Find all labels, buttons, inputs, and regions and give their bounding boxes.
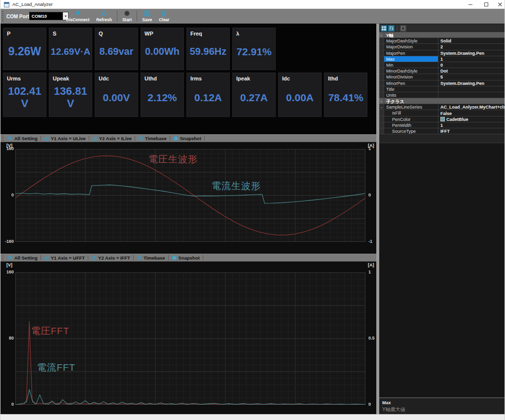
minimize-button[interactable] — [464, 0, 477, 9]
window-title: AC_Load_Analyzer — [12, 1, 53, 7]
property-value[interactable]: 5 — [438, 74, 505, 79]
grid-margin — [379, 56, 384, 62]
toolbar-separator — [88, 255, 88, 260]
property-name[interactable]: PenColor — [384, 116, 438, 122]
property-name[interactable]: PenWidth — [384, 122, 438, 128]
measurement-label: Urms — [3, 73, 46, 81]
measurement-value: 9.26W — [3, 37, 46, 70]
maximize-button[interactable] — [480, 0, 493, 9]
play-icon — [124, 10, 130, 17]
property-value[interactable] — [438, 86, 505, 92]
property-value[interactable]: 1 — [438, 122, 505, 128]
toolbar-separator — [397, 26, 397, 31]
property-pages-button[interactable] — [400, 25, 406, 32]
left-axis-tick: 160 — [1, 146, 14, 151]
title-bar: AC_Load_Analyzer — [0, 0, 505, 9]
chart-toolbar-button-snapshot[interactable]: Snapshot — [171, 135, 203, 142]
chart-toolbar-button-timebase[interactable]: Timebase — [135, 254, 167, 261]
measurement-card-Idc: Idc0.00A — [278, 73, 322, 117]
start-button[interactable]: Start — [119, 9, 135, 23]
property-name[interactable]: Title — [384, 86, 438, 92]
property-value[interactable]: System.Drawing.Pen — [438, 50, 505, 56]
chart-toolbar-button-all-setting[interactable]: All Setting — [5, 254, 39, 261]
property-name[interactable]: MinorDivision — [384, 74, 438, 79]
property-name[interactable]: MinorDashStyle — [384, 68, 438, 74]
property-name[interactable]: Units — [384, 92, 438, 98]
alphabetical-sort-button[interactable] — [388, 25, 395, 32]
chart-icon — [92, 136, 98, 141]
grid-margin: ⌄ — [379, 32, 384, 38]
close-button[interactable] — [494, 0, 505, 9]
categorized-icon — [382, 26, 386, 31]
clear-button[interactable]: Clear — [155, 9, 173, 23]
measurement-label: Idc — [279, 73, 321, 81]
property-name[interactable]: SourceType — [384, 128, 438, 134]
left-axis-tick: 0 — [1, 192, 14, 197]
property-description-box: Max Y軸最大値 — [379, 397, 505, 414]
measurement-card-Ipeak: Ipeak0.27A — [232, 73, 276, 117]
measurement-value: 59.96Hz — [187, 37, 229, 70]
property-value[interactable]: 1 — [438, 56, 505, 62]
save-button[interactable]: Save — [139, 9, 155, 23]
property-value[interactable]: Dot — [438, 68, 505, 74]
property-value[interactable] — [438, 92, 505, 98]
measurement-card-S: S12.69V·A — [49, 28, 92, 70]
gear-icon — [7, 255, 13, 261]
property-name[interactable]: MajorDashStyle — [384, 38, 438, 43]
measurement-label: Upeak — [49, 73, 92, 81]
property-name[interactable]: Max — [384, 56, 438, 62]
property-value[interactable]: 0 — [438, 62, 505, 68]
property-value[interactable]: CadetBlue — [438, 116, 505, 122]
refresh-button[interactable]: Refresh — [93, 9, 115, 23]
disconnect-button[interactable]: DisConnect — [63, 9, 93, 23]
measurement-value: 102.41 V — [3, 81, 46, 116]
right-axis-tick: 0 — [368, 192, 371, 197]
property-value[interactable]: 2 — [438, 44, 505, 49]
grid-margin — [379, 110, 384, 115]
measurement-value: 0.27A — [233, 81, 275, 116]
property-value[interactable]: False — [438, 110, 505, 115]
chart-toolbar-label: All Setting — [14, 255, 37, 261]
property-row-Max: Max1 — [379, 56, 505, 62]
grid-margin — [379, 86, 384, 92]
property-name[interactable]: MinorPen — [384, 80, 438, 86]
plug-icon — [74, 10, 81, 17]
property-value[interactable]: IFFT — [438, 128, 505, 134]
measurement-label: P — [3, 28, 46, 37]
chart-toolbar-button-y2-axis-ifft[interactable]: Y2 Axis = IFFT — [89, 254, 132, 261]
property-name[interactable]: MajorPen — [384, 50, 438, 56]
property-name[interactable]: isFill — [384, 110, 438, 115]
maximize-icon — [484, 2, 489, 7]
series-label: 電圧生波形 — [148, 153, 198, 166]
chart-toolbar-button-snapshot[interactable]: Snapshot — [170, 254, 202, 261]
property-name[interactable]: Min — [384, 62, 438, 68]
chart-toolbar-button-y2-axis-ilive[interactable]: Y2 Axis = ILive — [90, 135, 134, 142]
property-value[interactable]: AC_Load_Anlyzer.MyChart+clsViewXY — [438, 104, 505, 110]
measurement-card-Udc: Udc0.00V — [95, 73, 138, 117]
property-value[interactable]: System.Drawing.Pen — [438, 80, 505, 86]
grid-margin: ⌄ — [379, 98, 384, 104]
measurement-label: S — [49, 28, 92, 37]
com-port-label: COM Port — [6, 14, 29, 19]
grid-margin: ⌄ — [379, 104, 384, 110]
property-name[interactable]: SampleLineSeries — [384, 104, 438, 110]
measurement-card-λ: λ72.91% — [232, 28, 276, 70]
toolbar-button-label: Start — [122, 17, 132, 22]
property-value[interactable]: Solid — [438, 38, 505, 43]
chart-toolbar-button-timebase[interactable]: Timebase — [136, 135, 169, 142]
chart-toolbar-label: Snapshot — [180, 136, 201, 141]
measurement-value: 0.12A — [187, 81, 229, 116]
property-name[interactable]: MajorDivision — [384, 44, 438, 49]
categorized-view-button[interactable] — [381, 25, 387, 32]
chart-toolbar-button-all-setting[interactable]: All Setting — [5, 135, 39, 142]
toolbar-grip[interactable] — [2, 255, 3, 260]
chart-toolbar-button-y1-axis-ufft[interactable]: Y1 Axis = UFFT — [42, 254, 87, 261]
chart-toolbar-button-y1-axis-ulive[interactable]: Y1 Axis = ULive — [42, 135, 88, 142]
series-label: 電流FFT — [37, 361, 75, 374]
left-axis-tick: 80 — [1, 336, 14, 341]
measurement-label: WP — [141, 28, 183, 37]
toolbar-grip[interactable] — [2, 136, 3, 141]
grid-margin — [379, 128, 384, 134]
toolbar-grip[interactable] — [2, 11, 3, 22]
fft-chart: [V]160800[A]10.50電圧FFT電流FFT — [0, 262, 376, 414]
